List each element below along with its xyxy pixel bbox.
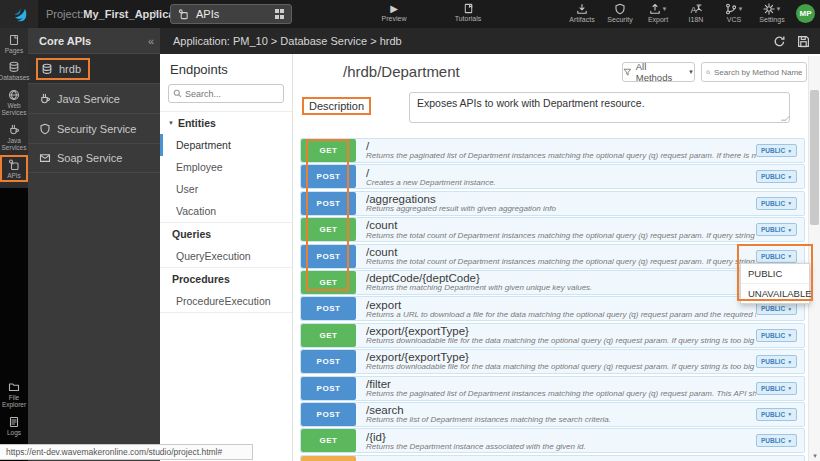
endpoint-row[interactable]: GET /count Returns the total count of De… [300, 217, 805, 242]
endpoint-row[interactable]: POST /filter Returns the paginated list … [300, 376, 805, 401]
endpoint-row[interactable]: POST /count Returns the total count of D… [300, 244, 805, 269]
svg-text:A: A [691, 4, 697, 14]
endpoint-path: /filter [366, 378, 756, 390]
endpoint-row[interactable]: POST / Creates a new Department instance… [300, 164, 805, 189]
core-api-item-soap-service[interactable]: Soap Service [28, 143, 160, 173]
main-area: /hrdb/Department All Methods ▼ Descripti… [293, 54, 820, 461]
databases-icon [8, 61, 20, 73]
vcs-icon [725, 3, 737, 15]
endpoints-search-input[interactable] [185, 89, 275, 99]
security-button[interactable]: Security [604, 2, 636, 23]
endpoint-row[interactable]: POST /export Returns a URL to download a… [300, 296, 805, 321]
access-dropdown[interactable]: PUBLIC ▼ [756, 197, 797, 210]
refresh-button[interactable] [773, 35, 786, 48]
chevron-down-icon: ▼ [662, 6, 668, 12]
access-dropdown[interactable]: PUBLIC ▼ [756, 223, 797, 236]
menu-item-unavailable[interactable]: UNAVAILABLE [741, 283, 809, 303]
endpoint-row[interactable]: GET /export/{exportType} Returns downloa… [300, 323, 805, 348]
method-badge: POST [301, 165, 356, 188]
tab-label: APIs [196, 8, 268, 20]
endpoint-row[interactable]: GET / Returns the paginated list of Depa… [300, 138, 805, 163]
collapse-panel-icon[interactable]: « [148, 35, 154, 47]
endpoint-row[interactable]: POST /search Returns the list of Departm… [300, 402, 805, 427]
preview-button[interactable]: ▶ Preview [376, 3, 412, 22]
access-dropdown[interactable]: PUBLIC ▼ [756, 302, 797, 315]
sidebar-item-web-services[interactable]: Web Services [0, 85, 28, 120]
save-button[interactable] [797, 35, 810, 48]
sidebar-item-logs[interactable]: Logs [0, 412, 28, 439]
endpoint-row[interactable]: PUT PUBLIC ▼ [300, 455, 805, 461]
endpoint-entity-vacation[interactable]: Vacation [160, 200, 292, 222]
access-dropdown[interactable]: PUBLIC ▼ [756, 382, 797, 395]
method-search[interactable] [701, 62, 807, 82]
access-dropdown[interactable]: PUBLIC ▼ [756, 329, 797, 342]
apis-icon [8, 159, 20, 171]
endpoints-title: Endpoints [160, 54, 292, 84]
group-header-procedures[interactable]: Procedures [160, 267, 292, 290]
menu-item-public[interactable]: PUBLIC [741, 264, 809, 283]
group-header-entities[interactable]: ▼ Entities [160, 111, 292, 134]
scroll-down-arrow[interactable]: ▾ [809, 452, 820, 460]
sidebar-item-file-explorer[interactable]: File Explorer [0, 377, 28, 412]
endpoint-row[interactable]: POST /export/{exportType} Returns downlo… [300, 349, 805, 374]
access-dropdown[interactable]: PUBLIC ▼ [756, 250, 797, 263]
avatar[interactable]: MP [796, 4, 815, 23]
endpoint-entity-employee[interactable]: Employee [160, 156, 292, 178]
endpoint-path: /count [366, 246, 756, 258]
chevron-down-icon: ▼ [787, 200, 792, 206]
tutorials-button[interactable]: Tutorials [448, 3, 488, 22]
breadcrumb: Application: PM_10 > Database Service > … [173, 35, 402, 47]
core-api-item-hrdb[interactable]: hrdb [28, 53, 160, 83]
chevron-down-icon: ▼ [787, 148, 792, 154]
sidebar-item-apis[interactable]: APIs [0, 155, 28, 182]
endpoint-description: Returns downloadable file for the data m… [366, 363, 756, 371]
group-header-queries[interactable]: Queries [160, 222, 292, 245]
chevron-right-icon: › [153, 4, 158, 20]
endpoint-description: Returns the list of Department instances… [366, 416, 756, 424]
status-url: https://ent-dev.wavemakeronline.com/stud… [0, 444, 253, 460]
endpoint-description: Returns aggregated result with given agg… [366, 205, 756, 213]
method-filter-dropdown[interactable]: All Methods ▼ [622, 62, 695, 82]
endpoint-row[interactable]: GET /deptCode/{deptCode} Returns the mat… [300, 270, 805, 295]
method-badge: POST [301, 192, 356, 215]
export-button[interactable]: ▼ Export [642, 2, 674, 23]
method-badge: GET [301, 429, 356, 452]
core-api-item-security-service[interactable]: Security Service [28, 113, 160, 143]
sidebar-item-java-services[interactable]: Java Services [0, 120, 28, 155]
core-api-item-java-service[interactable]: Java Service [28, 83, 160, 113]
method-badge: GET [301, 218, 356, 241]
chevron-down-icon: ▼ [688, 69, 694, 75]
endpoint-description: Returns a URL to download a file for the… [366, 311, 756, 319]
sidebar-item-databases[interactable]: Databases [0, 57, 28, 84]
i18n-button[interactable]: A I18N [680, 2, 712, 23]
settings-button[interactable]: ▼ Settings [756, 2, 788, 23]
access-dropdown[interactable]: PUBLIC ▼ [756, 144, 797, 157]
endpoint-entity-department[interactable]: Department [160, 134, 292, 156]
grid-icon[interactable] [275, 9, 285, 19]
access-dropdown[interactable]: PUBLIC ▼ [756, 170, 797, 183]
vertical-scrollbar[interactable]: ▾ [808, 56, 820, 461]
tab-apis[interactable]: APIs [170, 4, 292, 24]
endpoint-entity-queryexecution[interactable]: QueryExecution [160, 245, 292, 267]
description-textarea[interactable]: Exposes APIs to work with Department res… [409, 92, 790, 123]
chevron-down-icon: ▼ [787, 438, 792, 444]
artifacts-button[interactable]: Artifacts [566, 2, 598, 23]
endpoint-path: /export/{exportType} [366, 351, 756, 363]
soap-icon [39, 152, 51, 164]
method-search-input[interactable] [714, 68, 802, 77]
chevron-down-icon: ▼ [787, 227, 792, 233]
endpoint-entity-user[interactable]: User [160, 178, 292, 200]
access-dropdown[interactable]: PUBLIC ▼ [756, 355, 797, 368]
endpoint-row[interactable]: GET /{id} Returns the Department instanc… [300, 428, 805, 453]
access-dropdown[interactable]: PUBLIC ▼ [756, 434, 797, 447]
endpoints-search[interactable] [168, 84, 284, 103]
core-apis-list: hrdb Java Service Security Service Soap … [28, 53, 160, 173]
endpoint-entity-procedureexecution[interactable]: ProcedureExecution [160, 290, 292, 312]
sidebar-item-pages[interactable]: Pages [0, 30, 28, 57]
endpoint-row[interactable]: POST /aggregations Returns aggregated re… [300, 191, 805, 216]
filter-icon [623, 68, 632, 77]
scrollbar-thumb[interactable] [810, 90, 819, 225]
core-apis-panel: Core APIs « hrdb Java Service Security S… [28, 28, 160, 461]
access-dropdown[interactable]: PUBLIC ▼ [756, 408, 797, 421]
vcs-button[interactable]: ▼ VCS [718, 2, 750, 23]
